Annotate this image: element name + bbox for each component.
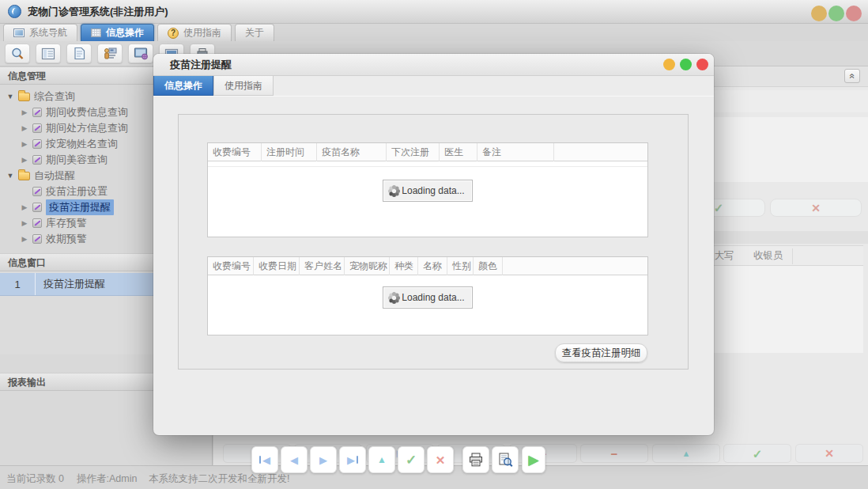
column-charge-date[interactable]: 收费日期 — [254, 257, 300, 275]
dialog-maximize-button[interactable] — [680, 59, 692, 70]
refresh-button[interactable]: ▲ — [368, 446, 395, 473]
printer-icon — [468, 453, 484, 467]
column-registration-time[interactable]: 注册时间 — [262, 143, 317, 161]
chevron-right-icon[interactable]: ▶ — [21, 140, 28, 148]
first-record-icon — [259, 456, 261, 464]
record-count-text: 当前记录数 0 — [6, 472, 64, 486]
tab-information-operation[interactable]: 信息操作 — [81, 24, 154, 41]
check-icon: ✓ — [753, 448, 763, 460]
display-settings-button[interactable] — [128, 44, 153, 63]
dialog-inner-panel: 收费编号 注册时间 疫苗名称 下次注册 医生 备注 Loading data..… — [178, 114, 689, 370]
tab-label: 系统导航 — [29, 26, 67, 40]
app-logo-icon — [8, 5, 21, 18]
column-filler — [554, 143, 647, 161]
first-record-button[interactable]: ◀ — [251, 446, 278, 473]
query-tool-icon — [32, 203, 42, 212]
chevron-right-icon[interactable]: ▶ — [21, 108, 28, 116]
column-next-registration[interactable]: 下次注册 — [387, 143, 440, 161]
maximize-button[interactable] — [828, 6, 844, 21]
tree-label: 按宠物姓名查询 — [46, 137, 118, 151]
dialog-tab-bar: 信息操作 使用指南 — [153, 76, 714, 96]
loading-indicator: Loading data... — [383, 180, 473, 202]
spinner-icon — [392, 296, 396, 300]
search-button[interactable] — [5, 44, 30, 63]
help-icon: ? — [168, 28, 179, 39]
execute-button[interactable]: ▶ — [522, 446, 545, 473]
column-charge-no[interactable]: 收费编号 — [208, 257, 254, 275]
window-title: 宠物门诊管理系统(非注册用户) — [28, 5, 168, 19]
tab-system-navigation[interactable]: 系统导航 — [3, 24, 77, 41]
chevron-right-icon[interactable]: ▶ — [21, 203, 28, 211]
triangle-up-icon: ▲ — [377, 455, 387, 464]
record-list-button[interactable] — [36, 44, 61, 63]
cross-icon: ✕ — [436, 454, 446, 466]
chevron-right-icon[interactable]: ▶ — [21, 156, 28, 164]
column-doctor[interactable]: 医生 — [440, 143, 477, 161]
document-icon — [74, 47, 85, 60]
chevron-up-double-icon: « — [847, 74, 857, 79]
loading-text: Loading data... — [402, 292, 464, 303]
cross-icon: ✕ — [825, 448, 834, 459]
column-filler — [503, 257, 647, 275]
dialog-navigator-bar: ◀ ◀ ▶ ▶ ▲ ✓ ✕ — [153, 446, 714, 478]
query-tool-icon — [32, 187, 42, 196]
tab-label: 信息操作 — [106, 26, 144, 40]
column-pet-nickname[interactable]: 宠物昵称 — [345, 257, 390, 275]
triangle-right-icon: ▶ — [319, 455, 327, 465]
chevron-right-icon[interactable]: ▶ — [21, 235, 28, 243]
prior-record-button[interactable]: ◀ — [281, 446, 308, 473]
tab-about[interactable]: 关于 — [235, 24, 274, 41]
tree-label: 库存预警 — [46, 216, 87, 230]
next-record-button[interactable]: ▶ — [310, 446, 337, 473]
chevron-right-icon[interactable]: ▶ — [21, 124, 28, 132]
view-vaccine-registration-detail-button[interactable]: 查看疫苗注册明细 — [555, 343, 647, 362]
column-gender[interactable]: 性别 — [447, 257, 474, 275]
close-button[interactable] — [846, 6, 862, 21]
background-cancel-edit-button[interactable]: ✕ — [795, 444, 863, 463]
triangle-right-icon: ▶ — [347, 455, 355, 465]
tree-label: 疫苗注册设置 — [46, 184, 108, 199]
vaccine-reminder-dialog: 疫苗注册提醒 信息操作 使用指南 收费编号 注册时间 — [153, 54, 714, 435]
column-color[interactable]: 颜色 — [474, 257, 503, 275]
last-record-button[interactable]: ▶ — [339, 446, 366, 473]
check-icon: ✓ — [714, 202, 724, 214]
confirm-button[interactable]: ✓ — [398, 446, 425, 473]
table-list-icon — [41, 47, 55, 60]
row-index: 1 — [0, 273, 36, 295]
cancel-button[interactable]: ✕ — [427, 446, 454, 473]
column-customer-name[interactable]: 客户姓名 — [300, 257, 345, 275]
app-window: 宠物门诊管理系统(非注册用户) 系统导航 信息操作 ? 使用指南 关于 — [0, 0, 868, 489]
print-preview-button[interactable] — [492, 446, 519, 473]
print-button[interactable] — [462, 446, 489, 473]
tree-label: 期间处方信息查询 — [46, 121, 128, 135]
tree-label: 综合查询 — [34, 89, 75, 104]
chevron-down-icon[interactable]: ▼ — [6, 172, 14, 180]
query-tool-icon — [32, 234, 42, 244]
tab-label: 使用指南 — [225, 79, 262, 93]
dialog-close-button[interactable] — [696, 59, 708, 70]
column-remark[interactable]: 备注 — [477, 143, 554, 161]
main-tab-bar: 系统导航 信息操作 ? 使用指南 关于 — [0, 24, 868, 41]
collapse-panel-button[interactable]: « — [844, 69, 860, 83]
dialog-minimize-button[interactable] — [663, 59, 675, 70]
column-species[interactable]: 种类 — [390, 257, 418, 275]
chevron-down-icon[interactable]: ▼ — [6, 93, 14, 100]
tab-user-guide[interactable]: ? 使用指南 — [157, 24, 232, 41]
column-vaccine-name[interactable]: 疫苗名称 — [317, 143, 387, 161]
operator-settings-button[interactable] — [97, 44, 123, 63]
document-button[interactable] — [66, 44, 92, 63]
title-bar: 宠物门诊管理系统(非注册用户) — [0, 0, 868, 24]
dialog-title-bar: 疫苗注册提醒 — [153, 54, 714, 76]
grid-icon — [91, 28, 101, 37]
dialog-tab-information-operation[interactable]: 信息操作 — [153, 76, 213, 96]
background-post-button[interactable]: ✓ — [723, 444, 791, 463]
column-charge-no[interactable]: 收费编号 — [208, 143, 262, 161]
dialog-tab-user-guide[interactable]: 使用指南 — [213, 76, 274, 96]
cross-icon: ✕ — [811, 203, 821, 214]
folder-icon — [18, 93, 30, 101]
chevron-right-icon[interactable]: ▶ — [21, 219, 28, 227]
tree-label-selected: 疫苗注册提醒 — [46, 199, 114, 215]
column-breed-name[interactable]: 名称 — [418, 257, 447, 275]
background-cancel-button[interactable]: ✕ — [770, 199, 862, 217]
minimize-button[interactable] — [811, 6, 827, 21]
